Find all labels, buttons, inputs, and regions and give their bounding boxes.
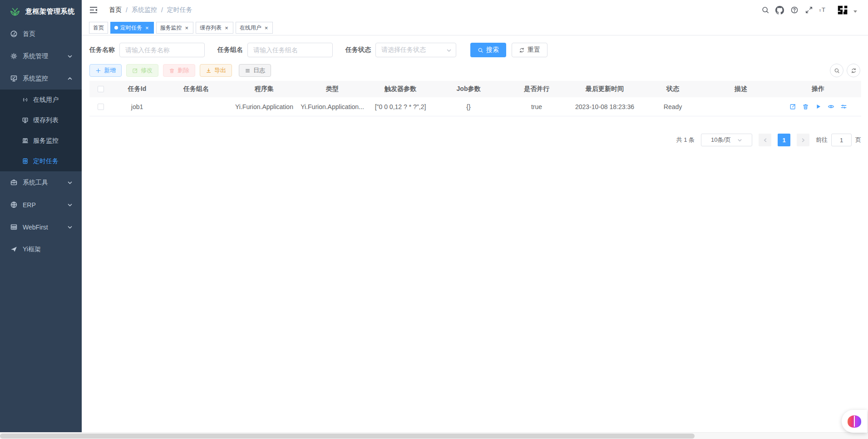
run-task-icon[interactable] (815, 103, 822, 110)
chevron-down-icon (67, 202, 73, 208)
collapse-sidebar-icon[interactable] (89, 5, 98, 15)
toolbox-icon (10, 179, 18, 186)
close-icon[interactable]: × (144, 25, 150, 31)
github-icon[interactable] (775, 6, 784, 15)
sidebar-item-scheduled-tasks[interactable]: 定时任务 (0, 151, 82, 171)
reset-button[interactable]: 重置 (512, 43, 547, 57)
column-header-job-params: Job参数 (434, 85, 503, 93)
sidebar-item-erp[interactable]: ERP (0, 194, 82, 216)
chevron-down-icon (853, 10, 857, 13)
tab-service-monitor[interactable]: 服务监控 × (156, 22, 194, 34)
add-button[interactable]: 新增 (89, 64, 122, 77)
send-icon (10, 245, 18, 253)
tab-home[interactable]: 首页 (89, 22, 108, 34)
grid-table-icon (10, 223, 18, 231)
sidebar-item-home[interactable]: 首页 (0, 23, 82, 45)
task-group-input[interactable] (247, 43, 333, 57)
display-icon (22, 117, 29, 124)
view-icon[interactable] (828, 103, 834, 110)
edit-button[interactable]: 修改 (126, 64, 158, 77)
task-group-label: 任务组名 (217, 46, 243, 54)
sidebar-item-service-monitor[interactable]: 服务监控 (0, 130, 82, 151)
edit-icon (132, 68, 138, 74)
horizontal-scrollbar[interactable] (0, 432, 868, 439)
active-dot-icon (114, 26, 118, 30)
scrollbar-thumb[interactable] (0, 434, 695, 439)
table-toolbar: 新增 修改 删除 导出 日志 (89, 64, 860, 77)
monitor-icon (10, 75, 18, 82)
tab-online-users[interactable]: 在线用户 × (236, 22, 273, 34)
chevron-right-icon (801, 138, 806, 143)
top-navbar: 首页 / 系统监控 / 定时任务 TT (82, 0, 868, 20)
fullscreen-icon[interactable] (804, 6, 813, 15)
trash-icon (169, 68, 175, 74)
chevron-down-icon (67, 180, 73, 185)
navbar-actions: TT (761, 3, 857, 17)
row-checkbox[interactable] (98, 104, 104, 110)
chevron-down-icon (67, 54, 73, 59)
cell-concurrent: true (503, 103, 571, 110)
delete-button[interactable]: 删除 (163, 64, 195, 77)
task-status-select[interactable]: 请选择任务状态 (375, 43, 456, 57)
refresh-table-button[interactable] (847, 64, 860, 77)
cell-task-id: job1 (112, 103, 162, 110)
edit-row-icon[interactable] (789, 103, 796, 110)
app-logo[interactable]: 意框架管理系统 (0, 0, 82, 23)
page-number-button[interactable]: 1 (778, 134, 790, 146)
list-icon (245, 68, 251, 74)
breadcrumb-section: 系统监控 (132, 6, 157, 14)
chevron-up-icon (67, 76, 73, 81)
chevron-down-icon (67, 224, 73, 230)
tab-cache-list[interactable]: 缓存列表 × (196, 22, 233, 34)
sidebar-item-system-monitor[interactable]: 系统监控 (0, 67, 82, 90)
avatar (836, 3, 850, 17)
close-icon[interactable]: × (264, 25, 269, 31)
cell-status: Ready (639, 103, 707, 110)
sidebar-item-system-tools[interactable]: 系统工具 (0, 171, 82, 194)
goto-page-input[interactable] (831, 134, 852, 146)
show-search-button[interactable] (830, 64, 843, 77)
user-menu[interactable] (836, 3, 857, 17)
prev-page-button[interactable] (759, 134, 771, 146)
sidebar-item-yi-framework[interactable]: Yi框架 (0, 238, 82, 260)
help-icon[interactable] (790, 6, 799, 15)
sidebar-item-cache-list[interactable]: 缓存列表 (0, 110, 82, 130)
page-content: 任务名称 任务组名 任务状态 请选择任务状态 搜索 重置 (82, 35, 868, 439)
leaf-logo-icon (9, 5, 21, 17)
close-icon[interactable]: × (224, 25, 229, 31)
cell-type: Yi.Furion.Application... (298, 103, 366, 110)
chevron-down-icon (446, 48, 452, 53)
tasks-table: 任务Id 任务组名 程序集 类型 触发器参数 Job参数 是否并行 最后更新时间… (89, 81, 861, 116)
cell-job-params: {} (434, 103, 503, 110)
font-size-icon[interactable]: TT (819, 6, 828, 15)
row-actions (789, 103, 847, 110)
refresh-icon (851, 68, 857, 74)
search-button[interactable]: 搜索 (470, 43, 506, 57)
next-page-button[interactable] (797, 134, 809, 146)
table-tools (830, 64, 860, 77)
page-size-select[interactable]: 10条/页 (701, 134, 752, 146)
search-icon (478, 47, 483, 53)
tabs-bar: 首页 定时任务 × 服务监控 × 缓存列表 × 在线用户 × (82, 20, 868, 35)
search-icon[interactable] (761, 6, 769, 15)
dashboard-icon (10, 30, 18, 38)
export-button[interactable]: 导出 (200, 64, 232, 77)
task-name-input[interactable] (119, 43, 205, 57)
delete-row-icon[interactable] (802, 103, 809, 110)
ai-assistant-button[interactable] (842, 410, 867, 433)
sidebar-item-webfirst[interactable]: WebFirst (0, 216, 82, 238)
log-button[interactable]: 日志 (239, 64, 271, 77)
column-header-task-id: 任务Id (112, 85, 162, 93)
search-icon (834, 68, 840, 74)
chevron-left-icon (763, 138, 768, 143)
sidebar-item-system-management[interactable]: 系统管理 (0, 45, 82, 67)
sidebar-item-online-users[interactable]: 在线用户 (0, 90, 82, 110)
close-icon[interactable]: × (184, 25, 190, 31)
sliders-icon[interactable] (840, 103, 847, 110)
timer-icon (22, 158, 29, 165)
select-all-checkbox[interactable] (98, 86, 104, 92)
tab-scheduled-tasks[interactable]: 定时任务 × (110, 22, 154, 34)
column-header-concurrent: 是否并行 (503, 85, 571, 93)
app-title: 意框架管理系统 (25, 7, 75, 16)
breadcrumb-home[interactable]: 首页 (109, 6, 122, 14)
